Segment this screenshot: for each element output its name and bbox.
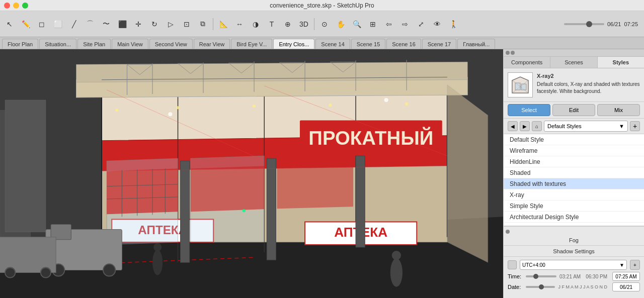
text-tool[interactable]: T [264,17,279,32]
timezone-add-button[interactable]: + [630,260,640,270]
svg-point-69 [243,209,246,212]
arc-tool[interactable]: ⌒ [83,17,98,32]
zoom-tool[interactable]: 🔍 [349,17,364,32]
tab-situation[interactable]: Situation... [39,39,76,49]
tab-scene-17[interactable]: Scene 17 [422,39,456,49]
timeline-slider[interactable]: 06/21 07:25 [564,21,638,27]
tab-scene-14[interactable]: Scene 14 [315,39,350,49]
next-view-tool[interactable]: ⇨ [397,17,413,32]
orbit-tool[interactable]: ⊙ [317,17,332,32]
timezone-chevron: ▼ [619,262,624,268]
tab-entry-close[interactable]: Entry Clos... [273,39,314,49]
separator-1 [213,18,213,30]
tab-floor-plan[interactable]: Floor Plan [2,39,38,49]
style-thumbnail [508,72,533,97]
maximize-button[interactable] [22,3,28,9]
style-item-shaded[interactable]: Shaded [504,167,644,178]
shadow-toggle[interactable] [508,260,517,269]
window-controls [4,3,28,9]
style-description-area: X-ray2 Default colors, X-ray and shaded … [537,72,640,94]
previous-view-tool[interactable]: ⇦ [381,17,396,32]
axes-tool[interactable]: ⊕ [280,17,295,32]
close-button[interactable] [4,3,10,9]
svg-point-58 [392,251,401,260]
time-label: Time: [508,273,523,279]
date-thumb[interactable] [539,284,544,289]
tab-components[interactable]: Components [504,57,550,68]
panel-indicator-1 [506,51,510,55]
follow-me-tool[interactable]: ▷ [163,17,178,32]
svg-point-54 [41,267,51,277]
tab-scenes[interactable]: Scenes [550,57,597,68]
date-value[interactable]: 06/21 [612,282,640,291]
dropdown-label: Default Styles [547,123,582,129]
style-item-hiddenline[interactable]: HiddenLine [504,156,644,167]
style-item-wireframe[interactable]: Wireframe [504,145,644,156]
style-dropdown[interactable]: Default Styles ▼ [544,121,628,132]
viewport[interactable]: ПРОКАТНЫЙ АПТЕКА АПТЕКА [0,49,503,298]
minimize-button[interactable] [13,3,19,9]
timezone-select[interactable]: UTC+4:00 ▼ [520,260,627,270]
zoom-window-tool[interactable]: ⊞ [365,17,380,32]
tab-second-view[interactable]: Second View [149,39,193,49]
style-list[interactable]: Default Style Wireframe HiddenLine Shade… [504,134,644,226]
zoom-extents-tool[interactable]: ⤢ [414,17,429,32]
paint-tool[interactable]: ✏️ [18,17,33,32]
style-item-xray[interactable]: X-ray [504,189,644,201]
back-button[interactable]: ◀ [508,121,518,131]
scale-tool[interactable]: ⊡ [179,17,194,32]
style-item-simple[interactable]: Simple Style [504,201,644,212]
dimensions-tool[interactable]: ↔ [232,17,247,32]
tab-styles[interactable]: Styles [598,57,644,68]
nav-row: ◀ ▶ ⌂ Default Styles ▼ + [504,119,644,134]
line-tool[interactable]: ╱ [66,17,82,32]
tab-bird-eye[interactable]: Bird Eye V... [231,39,272,49]
move-tool[interactable]: ✛ [131,17,146,32]
3d-text-tool[interactable]: 3D [296,17,311,32]
tab-main-russian[interactable]: Главный... [457,39,495,49]
time-slider[interactable] [526,275,556,277]
main-area: ПРОКАТНЫЙ АПТЕКА АПТЕКА [0,49,644,298]
rotate-tool[interactable]: ↻ [147,17,162,32]
time-value[interactable]: 07:25 AM [612,272,640,281]
time-end: 06:30 PM [586,274,607,279]
scene-tabs: Floor Plan Situation... Site Plan Main V… [0,37,644,49]
separator-2 [314,18,314,30]
forward-button[interactable]: ▶ [520,121,530,131]
style-item-default[interactable]: Default Style [504,134,644,145]
add-style-button[interactable]: + [630,121,640,131]
panel-indicator-2 [511,51,515,55]
shadow-section[interactable]: Shadow Settings [504,246,644,257]
date-slider[interactable] [526,286,555,288]
svg-rect-77 [521,84,526,90]
time-row: Time: 03:21 AM 06:30 PM 07:25 AM [508,272,640,281]
push-pull-tool[interactable]: ⬛ [115,17,130,32]
tab-scene-16[interactable]: Scene 16 [386,39,421,49]
tab-main-view[interactable]: Main View [112,39,148,49]
protractor-tool[interactable]: ◑ [248,17,263,32]
freehand-tool[interactable]: 〜 [99,17,114,32]
select-tool[interactable]: ↖ [2,17,17,32]
style-item-architectural[interactable]: Architectural Design Style [504,212,644,223]
home-button[interactable]: ⌂ [532,121,542,131]
position-camera-tool[interactable]: 👁 [430,17,445,32]
tab-site-plan[interactable]: Site Plan [77,39,111,49]
tab-rear-view[interactable]: Rear View [194,39,230,49]
rectangle-tool[interactable]: ⬜ [50,17,65,32]
svg-point-63 [405,103,408,106]
svg-point-53 [5,267,15,277]
style-item-shaded-textures[interactable]: Shaded with textures [504,178,644,189]
edit-button[interactable]: Edit [552,104,595,116]
time-thumb[interactable] [533,274,538,279]
mix-button[interactable]: Mix [597,104,640,116]
walk-tool[interactable]: 🚶 [446,17,461,32]
offset-tool[interactable]: ⧉ [195,17,210,32]
tab-scene-15[interactable]: Scene 15 [351,39,385,49]
select-button[interactable]: Select [508,104,550,116]
fog-section[interactable]: Fog [504,235,644,246]
eraser-tool[interactable]: ◻ [34,17,49,32]
pan-tool[interactable]: ✋ [333,17,348,32]
style-item-construction[interactable]: Construction Documentation Style [504,223,644,226]
svg-rect-36 [356,156,365,247]
tape-measure-tool[interactable]: 📐 [216,17,231,32]
